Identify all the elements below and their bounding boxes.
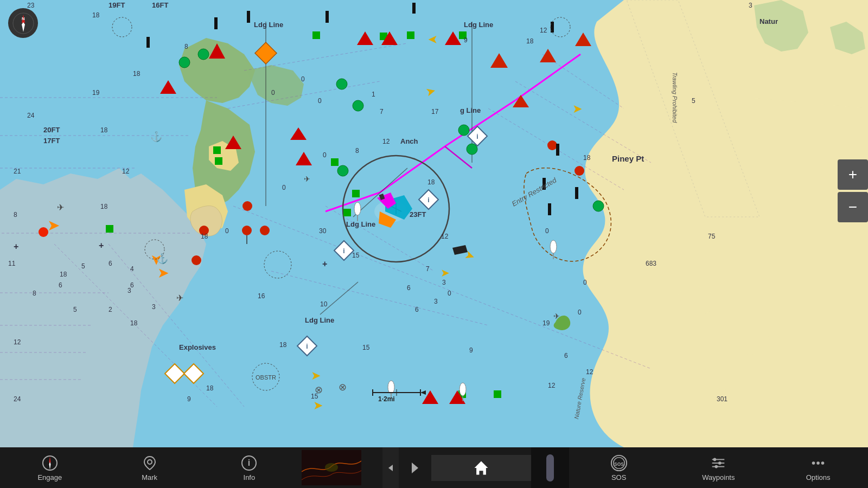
svg-point-70: [458, 125, 469, 136]
svg-text:Trawling Prohibited: Trawling Prohibited: [672, 72, 678, 123]
svg-point-256: [812, 461, 815, 465]
bottom-nav-bar: Engage Mark i Info: [0, 447, 868, 488]
svg-point-237: [148, 460, 152, 464]
svg-rect-46: [215, 157, 222, 165]
media-prev-button[interactable]: [382, 447, 399, 488]
svg-text:9: 9: [464, 36, 468, 44]
svg-text:➤: ➤: [428, 33, 438, 47]
nav-label-sos: SOS: [611, 473, 626, 481]
svg-text:0: 0: [271, 89, 275, 97]
compass-indicator: N: [8, 8, 38, 38]
svg-point-72: [593, 201, 604, 211]
svg-rect-38: [407, 31, 414, 39]
zoom-out-button[interactable]: −: [838, 192, 868, 222]
nav-item-waypoints[interactable]: Waypoints: [669, 450, 769, 486]
svg-text:➤: ➤: [47, 217, 60, 234]
svg-text:12: 12: [586, 368, 593, 376]
svg-text:3: 3: [434, 298, 438, 305]
svg-text:i: i: [427, 196, 429, 204]
svg-text:➤: ➤: [311, 369, 321, 382]
svg-marker-244: [474, 461, 488, 474]
svg-text:0: 0: [318, 97, 322, 105]
svg-text:0: 0: [583, 279, 587, 286]
nav-item-engage[interactable]: Engage: [0, 450, 100, 486]
svg-marker-242: [388, 465, 393, 471]
svg-point-67: [336, 79, 347, 89]
svg-text:6: 6: [108, 260, 112, 267]
svg-point-64: [192, 255, 201, 265]
svg-text:3: 3: [152, 303, 156, 311]
svg-text:7: 7: [426, 265, 430, 273]
svg-text:i: i: [248, 458, 250, 467]
nav-label-info: Info: [244, 473, 256, 481]
svg-text:18: 18: [100, 126, 108, 134]
svg-text:Piney Pt: Piney Pt: [612, 154, 644, 163]
zoom-in-button[interactable]: +: [838, 159, 868, 190]
nav-item-info[interactable]: i Info: [200, 450, 299, 486]
svg-text:Ldg Line: Ldg Line: [305, 316, 334, 324]
svg-text:i: i: [343, 247, 344, 255]
nav-item-options[interactable]: Options: [768, 450, 868, 486]
svg-rect-36: [312, 31, 320, 39]
svg-text:12: 12: [14, 338, 21, 346]
svg-text:23FT: 23FT: [410, 210, 426, 219]
zoom-controls: + −: [835, 157, 868, 224]
svg-text:11: 11: [8, 260, 16, 267]
nav-item-sos[interactable]: SOS SOS: [569, 450, 669, 486]
svg-text:12: 12: [548, 382, 556, 389]
svg-rect-40: [331, 158, 339, 166]
svg-text:18: 18: [526, 37, 534, 45]
svg-text:23: 23: [27, 2, 35, 9]
svg-point-258: [821, 461, 825, 465]
svg-text:0: 0: [578, 309, 582, 316]
svg-text:16: 16: [258, 292, 265, 300]
nav-item-media-right[interactable]: [531, 447, 569, 489]
svg-text:➤: ➤: [572, 102, 582, 115]
waypoints-icon: [710, 454, 727, 472]
svg-text:24: 24: [27, 112, 35, 119]
svg-text:6: 6: [407, 284, 411, 292]
svg-marker-243: [412, 463, 418, 473]
svg-text:0: 0: [448, 290, 451, 297]
svg-point-71: [467, 144, 477, 155]
nav-item-home[interactable]: [431, 455, 531, 481]
svg-text:+: +: [14, 242, 18, 251]
svg-text:Ldg Line: Ldg Line: [254, 21, 283, 29]
svg-text:15: 15: [352, 252, 360, 259]
svg-point-111: [354, 202, 361, 215]
svg-text:17FT: 17FT: [43, 137, 60, 145]
svg-point-65: [547, 140, 557, 150]
svg-text:✈: ✈: [304, 175, 310, 183]
svg-text:Explosives: Explosives: [179, 343, 216, 351]
svg-text:✈: ✈: [57, 203, 64, 212]
nav-item-mark[interactable]: Mark: [100, 450, 200, 486]
svg-text:19: 19: [542, 319, 550, 327]
svg-rect-108: [548, 203, 551, 215]
svg-text:18: 18: [427, 178, 435, 186]
nav-item-media[interactable]: [299, 447, 399, 488]
svg-rect-47: [106, 225, 113, 233]
svg-point-73: [198, 49, 209, 60]
svg-text:+: +: [322, 259, 327, 268]
svg-text:21: 21: [14, 168, 21, 175]
options-icon: [809, 454, 827, 472]
map-container[interactable]: i i i i ➤ ➤ ➤ ➤ ➤ ➤ ➤ ➤ ➤ ➤: [0, 0, 868, 447]
svg-text:9: 9: [469, 346, 473, 354]
svg-text:3: 3: [442, 279, 446, 286]
svg-text:18: 18: [100, 203, 108, 210]
svg-text:0: 0: [225, 227, 229, 235]
svg-text:1: 1: [372, 91, 375, 98]
svg-text:18: 18: [130, 319, 138, 327]
nav-item-next[interactable]: [399, 455, 431, 481]
svg-text:8: 8: [33, 290, 36, 297]
nav-label-waypoints: Waypoints: [702, 473, 735, 481]
svg-text:12: 12: [441, 233, 449, 240]
svg-point-69: [337, 165, 348, 176]
svg-text:Anch: Anch: [400, 137, 418, 145]
svg-rect-246: [546, 454, 554, 481]
svg-point-115: [459, 383, 466, 396]
svg-text:8: 8: [184, 43, 188, 50]
svg-text:➤: ➤: [157, 265, 169, 281]
svg-point-68: [353, 100, 363, 111]
svg-text:8: 8: [355, 147, 359, 155]
